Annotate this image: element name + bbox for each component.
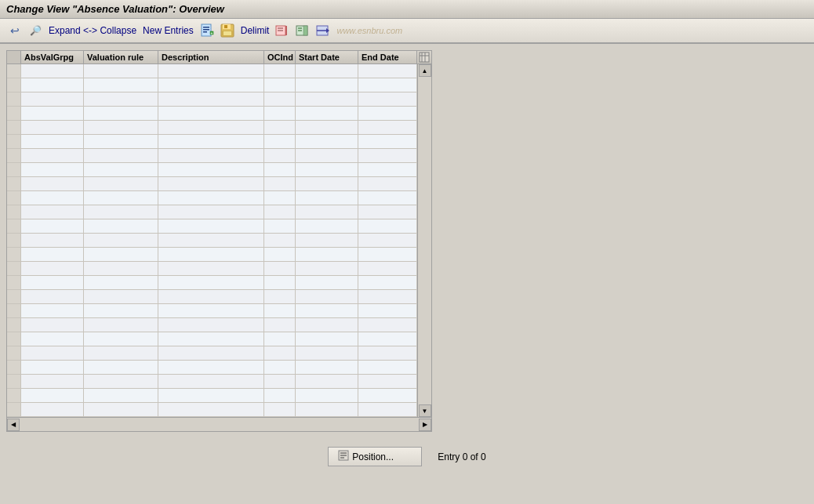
row-cell-description[interactable]: [158, 219, 264, 233]
delimit-icon-1[interactable]: [274, 22, 291, 39]
row-cell-description[interactable]: [158, 403, 264, 416]
table-row[interactable]: [7, 248, 417, 262]
row-cell-startdate[interactable]: [296, 121, 358, 134]
row-cell-startdate[interactable]: [296, 389, 358, 402]
row-cell-valrule[interactable]: [84, 262, 158, 275]
delimit-icon-2[interactable]: [294, 22, 311, 39]
row-cell-absvalgrpg[interactable]: [21, 121, 84, 134]
row-cell-ocind[interactable]: [264, 389, 296, 402]
row-cell-valrule[interactable]: [84, 107, 158, 120]
row-cell-description[interactable]: [158, 92, 264, 106]
row-cell-description[interactable]: [158, 149, 264, 162]
row-cell-description[interactable]: [158, 135, 264, 148]
row-selector-cell[interactable]: [7, 149, 21, 162]
row-cell-description[interactable]: [158, 205, 264, 219]
row-selector-cell[interactable]: [7, 290, 21, 303]
row-selector-cell[interactable]: [7, 177, 21, 190]
table-row[interactable]: [7, 389, 417, 403]
row-cell-startdate[interactable]: [296, 234, 358, 247]
row-cell-ocind[interactable]: [264, 64, 296, 78]
row-cell-description[interactable]: [158, 121, 264, 134]
row-selector-cell[interactable]: [7, 262, 21, 275]
row-cell-startdate[interactable]: [296, 177, 358, 190]
row-cell-ocind[interactable]: [264, 361, 296, 374]
row-cell-enddate[interactable]: [358, 375, 417, 388]
row-cell-valrule[interactable]: [84, 64, 158, 78]
row-cell-startdate[interactable]: [296, 135, 358, 148]
row-cell-enddate[interactable]: [358, 78, 417, 92]
row-cell-startdate[interactable]: [296, 205, 358, 219]
row-cell-ocind[interactable]: [264, 276, 296, 289]
table-row[interactable]: [7, 121, 417, 135]
row-cell-absvalgrpg[interactable]: [21, 149, 84, 162]
row-cell-enddate[interactable]: [358, 361, 417, 374]
row-cell-ocind[interactable]: [264, 177, 296, 190]
row-cell-ocind[interactable]: [264, 219, 296, 233]
row-cell-ocind[interactable]: [264, 163, 296, 176]
row-cell-startdate[interactable]: [296, 92, 358, 106]
scroll-up-arrow[interactable]: ▲: [419, 64, 431, 77]
row-selector-cell[interactable]: [7, 191, 21, 205]
row-cell-valrule[interactable]: [84, 403, 158, 416]
row-cell-description[interactable]: [158, 276, 264, 289]
row-cell-ocind[interactable]: [264, 92, 296, 106]
row-cell-enddate[interactable]: [358, 389, 417, 402]
scroll-right-arrow[interactable]: ▶: [419, 419, 431, 431]
row-cell-enddate[interactable]: [358, 64, 417, 78]
table-row[interactable]: [7, 78, 417, 92]
row-cell-startdate[interactable]: [296, 78, 358, 92]
row-cell-ocind[interactable]: [264, 149, 296, 162]
row-selector-cell[interactable]: [7, 121, 21, 134]
row-cell-absvalgrpg[interactable]: [21, 318, 84, 332]
row-cell-absvalgrpg[interactable]: [21, 403, 84, 416]
row-cell-description[interactable]: [158, 107, 264, 120]
find-icon[interactable]: 🔎: [27, 22, 44, 39]
row-cell-description[interactable]: [158, 177, 264, 190]
row-cell-absvalgrpg[interactable]: [21, 375, 84, 388]
row-cell-enddate[interactable]: [358, 205, 417, 219]
column-config-icon[interactable]: [417, 51, 431, 63]
row-selector-cell[interactable]: [7, 276, 21, 289]
row-cell-valrule[interactable]: [84, 318, 158, 332]
row-cell-enddate[interactable]: [358, 234, 417, 247]
row-cell-startdate[interactable]: [296, 361, 358, 374]
vertical-scrollbar[interactable]: ▲ ▼: [417, 64, 431, 417]
delimit-icon-3[interactable]: [314, 22, 332, 39]
table-row[interactable]: [7, 234, 417, 248]
scroll-track[interactable]: [420, 77, 431, 404]
row-cell-ocind[interactable]: [264, 135, 296, 148]
row-cell-valrule[interactable]: [84, 135, 158, 148]
row-cell-enddate[interactable]: [358, 290, 417, 303]
row-selector-cell[interactable]: [7, 163, 21, 176]
row-cell-absvalgrpg[interactable]: [21, 78, 84, 92]
table-row[interactable]: [7, 346, 417, 361]
row-cell-absvalgrpg[interactable]: [21, 107, 84, 120]
row-cell-valrule[interactable]: [84, 163, 158, 176]
row-cell-valrule[interactable]: [84, 219, 158, 233]
horizontal-scrollbar[interactable]: ◀ ▶: [7, 417, 431, 431]
row-cell-ocind[interactable]: [264, 304, 296, 317]
row-cell-startdate[interactable]: [296, 304, 358, 317]
row-cell-absvalgrpg[interactable]: [21, 361, 84, 374]
row-cell-enddate[interactable]: [358, 219, 417, 233]
row-cell-valrule[interactable]: [84, 332, 158, 346]
table-row[interactable]: [7, 163, 417, 177]
row-cell-ocind[interactable]: [264, 332, 296, 346]
row-cell-startdate[interactable]: [296, 276, 358, 289]
row-cell-absvalgrpg[interactable]: [21, 346, 84, 360]
row-cell-description[interactable]: [158, 332, 264, 346]
row-cell-valrule[interactable]: [84, 361, 158, 374]
row-cell-startdate[interactable]: [296, 346, 358, 360]
row-cell-enddate[interactable]: [358, 276, 417, 289]
row-cell-enddate[interactable]: [358, 262, 417, 275]
row-selector-cell[interactable]: [7, 64, 21, 78]
row-cell-valrule[interactable]: [84, 290, 158, 303]
row-cell-ocind[interactable]: [264, 375, 296, 388]
row-cell-absvalgrpg[interactable]: [21, 389, 84, 402]
table-row[interactable]: [7, 135, 417, 149]
row-cell-absvalgrpg[interactable]: [21, 219, 84, 233]
row-cell-absvalgrpg[interactable]: [21, 191, 84, 205]
row-cell-ocind[interactable]: [264, 107, 296, 120]
row-cell-enddate[interactable]: [358, 318, 417, 332]
row-cell-ocind[interactable]: [264, 78, 296, 92]
